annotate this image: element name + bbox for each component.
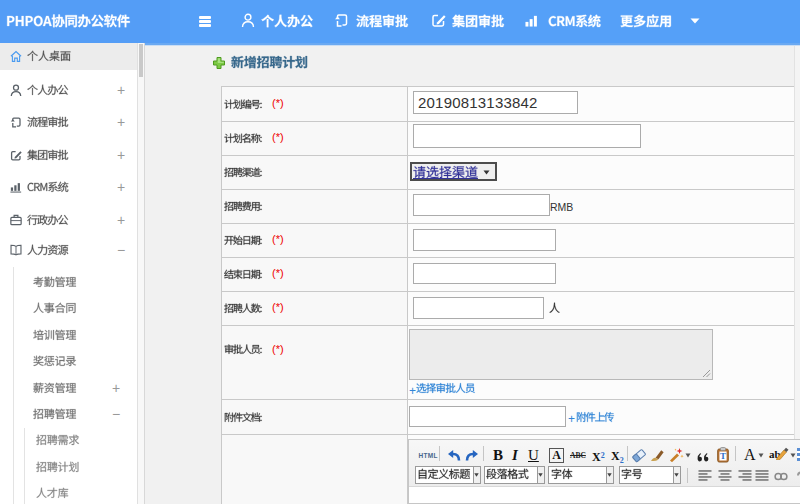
- svg-text:T: T: [720, 451, 726, 461]
